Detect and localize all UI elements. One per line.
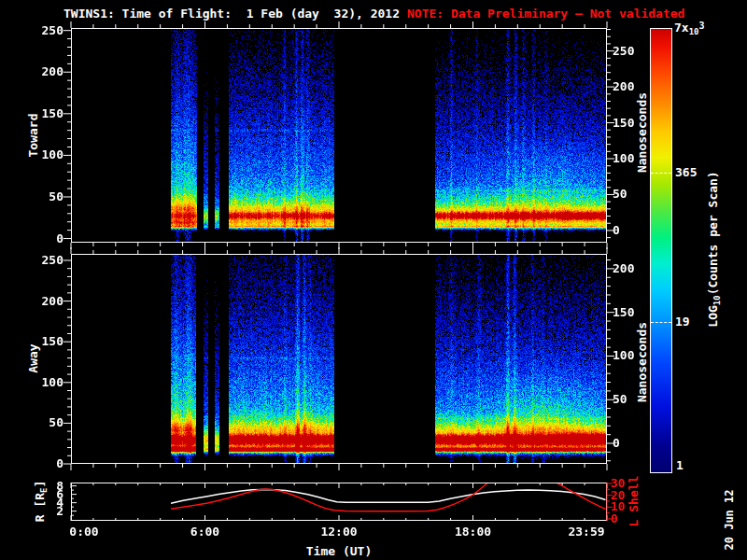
away-spectrogram-canvas <box>72 255 606 463</box>
tick-label: 250 <box>32 254 63 267</box>
tick-label: 150 <box>32 335 63 348</box>
tick-label: 50 <box>32 416 63 429</box>
tick-label: 0 <box>611 512 639 525</box>
tick-label: 23:59 <box>554 525 619 539</box>
colorbar <box>650 28 672 473</box>
tick-label: 0 <box>613 437 650 450</box>
tick-label: 50 <box>32 190 63 203</box>
date-stamp: 20 Jun 12 <box>723 489 736 550</box>
colorbar-bottom-label: 1 <box>676 459 684 472</box>
tick-label: 6:00 <box>173 525 238 539</box>
tick-label: 0:00 <box>51 525 117 539</box>
colorbar-title: LOG10(Counts per Scan) <box>706 171 722 327</box>
tick-label: 150 <box>613 306 650 319</box>
validation-note: NOTE: Data Preliminary – Not validated <box>407 7 684 21</box>
tick-label: 0 <box>613 224 650 237</box>
away-spectrogram-panel <box>71 254 607 464</box>
tick-label: 12:00 <box>306 525 372 539</box>
colorbar-tick-19: 19 <box>675 315 690 329</box>
tick-label: 250 <box>613 45 650 58</box>
tick-label: 0 <box>32 457 63 470</box>
tick-label: 2 <box>32 505 63 518</box>
toward-spectrogram-canvas <box>72 29 606 242</box>
colorbar-tick-365: 365 <box>675 166 697 179</box>
tick-label: 100 <box>613 349 650 362</box>
tick-label: 150 <box>613 117 650 130</box>
orbit-lines-canvas <box>72 483 606 520</box>
tick-label: 0 <box>32 232 63 245</box>
orbit-line-panel <box>71 483 607 521</box>
tick-label: 100 <box>613 152 650 165</box>
tick-label: 50 <box>613 393 650 406</box>
tick-label: 150 <box>32 107 63 120</box>
colorbar-top-label: 7x103 <box>674 20 705 38</box>
tick-label: 250 <box>32 24 63 37</box>
tick-label: 200 <box>613 262 650 275</box>
twins-tof-plot: TWINS1: Time of Flight: 1 Feb (day 32), … <box>0 0 747 560</box>
colorbar-dash <box>651 322 671 323</box>
tick-label: 100 <box>32 376 63 389</box>
page-title: TWINS1: Time of Flight: 1 Feb (day 32), … <box>63 7 400 21</box>
tick-label: 18:00 <box>441 525 506 539</box>
tick-label: 200 <box>32 295 63 308</box>
time-axis-label: Time (UT) <box>283 545 395 558</box>
toward-spectrogram-panel <box>71 28 607 243</box>
tick-label: 100 <box>32 148 63 161</box>
tick-label: 50 <box>613 188 650 201</box>
tick-label: 200 <box>32 65 63 78</box>
tick-label: 200 <box>613 80 650 93</box>
colorbar-dash <box>651 173 671 174</box>
